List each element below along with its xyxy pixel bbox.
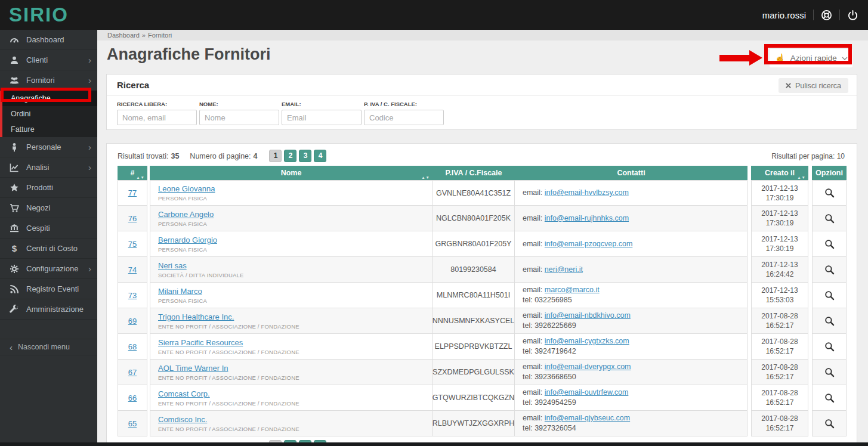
sidebar-item-personale[interactable]: Personale› bbox=[0, 137, 97, 157]
supplier-name-link[interactable]: Trigon Healthcare Inc. bbox=[158, 312, 234, 321]
users-icon bbox=[10, 76, 19, 85]
row-id-link[interactable]: 68 bbox=[128, 342, 137, 351]
sidebar-item-fatture[interactable]: Fatture bbox=[2, 122, 97, 137]
search-row-button[interactable] bbox=[824, 239, 835, 249]
piva-code: SZXDMEDPGLGULSSK bbox=[433, 368, 514, 376]
sort-arrows-icon[interactable]: ▲▼ bbox=[421, 175, 430, 179]
chevron-right-icon: › bbox=[88, 76, 91, 85]
search-row-button[interactable] bbox=[824, 188, 835, 198]
row-id-link[interactable]: 66 bbox=[128, 394, 137, 402]
row-id-link[interactable]: 67 bbox=[128, 368, 137, 377]
email-link[interactable]: info@email-rujhnhks.com bbox=[545, 214, 629, 222]
supplier-name-link[interactable]: Leone Giovanna bbox=[158, 184, 215, 193]
topbar: SIRIO mario.rossi bbox=[0, 0, 868, 30]
sidebar-item-analisi[interactable]: Analisi› bbox=[0, 157, 97, 178]
search-panel: Ricerca Pulisci ricerca RICERCA LIBERA:N… bbox=[106, 74, 857, 130]
supplier-name-link[interactable]: Bernardo Giorgio bbox=[158, 236, 217, 244]
page-button-1[interactable]: 1 bbox=[269, 150, 282, 162]
sidebar-item-ordini[interactable]: Ordini bbox=[2, 106, 97, 122]
logged-user[interactable]: mario.rossi bbox=[762, 10, 806, 20]
search-row-button[interactable] bbox=[824, 290, 835, 301]
created-at-cell: 2017-12-1317:30:19 bbox=[751, 231, 808, 257]
supplier-name-cell: Bernardo GiorgioPERSONA FISICA bbox=[150, 231, 433, 257]
page-button-2[interactable]: 2 bbox=[284, 150, 296, 162]
supplier-name-link[interactable]: Comcast Corp. bbox=[158, 389, 210, 398]
quick-actions-button[interactable]: ☝ Azioni rapide bbox=[770, 49, 852, 67]
search-row-button[interactable] bbox=[824, 265, 835, 275]
created-date: 2017-12-13 bbox=[761, 286, 798, 295]
column-header-nome[interactable]: Nome▲▼ bbox=[150, 166, 433, 180]
sidebar-item-registro-eventi[interactable]: Registro Eventi bbox=[0, 279, 97, 299]
search-row-button[interactable] bbox=[824, 342, 835, 352]
page-button-4[interactable]: 4 bbox=[314, 150, 326, 162]
clear-search-button[interactable]: Pulisci ricerca bbox=[779, 78, 848, 93]
options-cell bbox=[812, 231, 847, 257]
row-id-link[interactable]: 77 bbox=[128, 188, 137, 197]
supplier-name-link[interactable]: Milani Marco bbox=[158, 287, 202, 296]
search-row-button[interactable] bbox=[824, 393, 835, 403]
contacts-cell: email: info@email-ouvtrfew.comtel: 39249… bbox=[515, 385, 747, 411]
email-link[interactable]: info@email-cygtxzks.com bbox=[545, 337, 629, 345]
sort-arrows-icon[interactable]: ▲▼ bbox=[136, 175, 145, 179]
email-link[interactable]: info@email-nbdkhivo.com bbox=[545, 311, 631, 320]
sidebar-item-amministrazione[interactable]: Amministrazione bbox=[0, 299, 97, 320]
contact-email-line: email: info@email-dverypgx.com bbox=[523, 362, 631, 372]
row-id-link[interactable]: 75 bbox=[128, 240, 137, 249]
sidebar-item-clienti[interactable]: Clienti› bbox=[0, 50, 97, 70]
supplier-name-link[interactable]: Carbone Angelo bbox=[158, 210, 214, 219]
logout-power-icon[interactable] bbox=[847, 10, 858, 21]
sidebar-collapse-button[interactable]: ‹ Nascondi menu bbox=[0, 339, 97, 355]
supplier-name-link[interactable]: AOL Time Warner In bbox=[158, 364, 228, 373]
email-link[interactable]: neri@neri.it bbox=[545, 265, 583, 274]
email-link[interactable]: info@email-ouvtrfew.com bbox=[545, 388, 629, 397]
column-header-[interactable]: #▲▼ bbox=[118, 166, 147, 180]
search-input-p-iva-c-fiscale[interactable] bbox=[364, 110, 444, 125]
search-row-button[interactable] bbox=[824, 316, 835, 326]
sidebar-item-dashboard[interactable]: Dashboard bbox=[0, 30, 97, 50]
created-at-cell: 2017-08-2816:52:17 bbox=[751, 334, 808, 360]
supplier-name-link[interactable]: Sierra Pacific Resources bbox=[158, 338, 243, 347]
sidebar-item-prodotti[interactable]: Prodotti bbox=[0, 178, 97, 198]
sidebar-item-cespiti[interactable]: Cespiti bbox=[0, 218, 97, 239]
search-row-button[interactable] bbox=[824, 213, 835, 224]
sidebar-item-configurazione[interactable]: Configurazione› bbox=[0, 259, 97, 279]
sort-arrows-icon[interactable]: ▲▼ bbox=[797, 175, 806, 179]
email-link[interactable]: info@email-pzoqcvep.com bbox=[545, 240, 632, 248]
search-row-button[interactable] bbox=[824, 419, 835, 429]
sidebar-item-anagrafiche[interactable]: Anagrafiche bbox=[2, 91, 97, 106]
rss-icon bbox=[10, 284, 19, 294]
supplier-type-label: ENTE NO PROFIT / ASSOCIAZIONE / FONDAZIO… bbox=[158, 323, 299, 330]
row-id-cell: 66 bbox=[118, 385, 147, 411]
row-id-link[interactable]: 73 bbox=[128, 291, 137, 300]
search-input-email[interactable] bbox=[282, 110, 362, 125]
supplier-type-label: PERSONA FISICA bbox=[158, 298, 207, 304]
column-header-creato-il[interactable]: Creato il▲▼ bbox=[751, 166, 808, 180]
supplier-name-link[interactable]: Neri sas bbox=[158, 261, 187, 270]
row-id-link[interactable]: 69 bbox=[128, 317, 137, 326]
sirio-logo: SIRIO bbox=[9, 1, 69, 29]
page-button-3[interactable]: 3 bbox=[299, 150, 311, 162]
chevron-right-icon: › bbox=[88, 264, 91, 273]
results-found-label: Risultati trovati: bbox=[118, 152, 168, 160]
email-link[interactable]: info@email-qjybseuc.com bbox=[545, 414, 630, 422]
sidebar-collapse-label: Nascondi menu bbox=[18, 343, 70, 351]
help-lifering-icon[interactable] bbox=[821, 10, 832, 21]
email-link[interactable]: info@email-hvvlbzsy.com bbox=[545, 188, 629, 197]
search-input-ricerca-libera[interactable] bbox=[117, 110, 197, 125]
sidebar-item-label: Negozi bbox=[26, 203, 50, 212]
row-id-link[interactable]: 74 bbox=[128, 265, 137, 274]
sidebar-item-negozi[interactable]: Negozi bbox=[0, 198, 97, 218]
row-id-link[interactable]: 76 bbox=[128, 214, 137, 223]
supplier-name-link[interactable]: Comdisco Inc. bbox=[158, 415, 207, 424]
breadcrumb-home[interactable]: Dashboard bbox=[107, 32, 140, 39]
search-row-button[interactable] bbox=[824, 367, 835, 377]
app-root: SIRIO mario.rossi DashboardClienti›Forni… bbox=[0, 0, 868, 446]
search-input-nome[interactable] bbox=[199, 110, 279, 125]
annotation-arrow bbox=[719, 55, 749, 61]
email-link[interactable]: info@email-dverypgx.com bbox=[545, 363, 631, 371]
cart-icon bbox=[10, 203, 19, 213]
email-link[interactable]: marco@marco.it bbox=[545, 286, 600, 294]
sidebar-item-fornitori[interactable]: Fornitori› bbox=[0, 70, 97, 91]
sidebar-item-centri-di-costo[interactable]: $Centri di Costo bbox=[0, 239, 97, 259]
row-id-link[interactable]: 65 bbox=[128, 419, 137, 428]
